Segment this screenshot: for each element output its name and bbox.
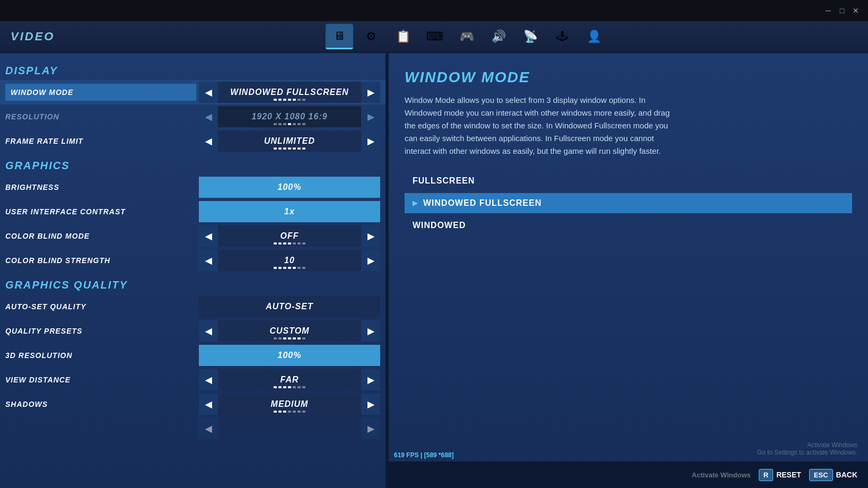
window-mode-next-button[interactable]: ▶ [361,82,380,103]
shadows-prev-button[interactable]: ◀ [199,394,218,415]
frame-rate-label: FRAME RATE LIMIT [5,137,196,145]
color-blind-mode-row[interactable]: COLOR BLIND MODE ◀ OFF ▶ [0,224,385,248]
ui-contrast-value[interactable]: 1x [199,201,380,222]
minimize-button[interactable]: ─ [821,4,835,18]
view-distance-label: VIEW DISTANCE [5,376,196,384]
quality-presets-control: ◀ CUSTOM ▶ [199,320,380,342]
color-blind-mode-prev-button[interactable]: ◀ [199,225,218,247]
color-blind-strength-row[interactable]: COLOR BLIND STRENGTH ◀ 10 ▶ [0,248,385,273]
nav-controller-button[interactable]: 🎮 [453,24,480,49]
main-layout: DISPLAY WINDOW MODE ◀ WINDOWED FULLSCREE… [0,53,868,488]
graphics-section-header: GRAPHICS [0,153,385,175]
view-distance-next-button[interactable]: ▶ [361,369,380,390]
color-blind-strength-prev-button[interactable]: ◀ [199,250,218,271]
windowed-fullscreen-arrow: ▶ [413,199,418,207]
color-blind-strength-control: ◀ 10 ▶ [199,250,380,271]
next-setting-control: ◀ ▶ [199,418,380,439]
color-blind-mode-label: COLOR BLIND MODE [5,232,196,240]
help-panel: WINDOW MODE Window Mode allows you to se… [389,53,868,488]
nav-monitor-button[interactable]: 🖥 [326,24,353,49]
quality-presets-next-button[interactable]: ▶ [361,320,380,342]
resolution-next-button[interactable]: ▶ [361,106,380,127]
3d-resolution-label: 3D RESOLUTION [5,351,196,360]
shadows-next-button[interactable]: ▶ [361,394,380,415]
ui-contrast-row[interactable]: USER INTERFACE CONTRAST 1x [0,199,385,224]
nav-gamepad-button[interactable]: 🕹 [548,24,576,49]
display-section-header: DISPLAY [0,58,385,80]
watermark-line1: Activate Windows [757,441,857,449]
help-title: WINDOW MODE [405,69,852,86]
watermark-line2: Go to Settings to activate Windows. [757,449,857,456]
ui-contrast-label: USER INTERFACE CONTRAST [5,207,196,216]
reset-label: RESET [776,470,801,479]
fullscreen-option[interactable]: FULLSCREEN [405,171,852,191]
nav-audio-button[interactable]: 🔊 [485,24,512,49]
nav-icon-group: 🖥 ⚙ 📋 ⌨ 🎮 🔊 📡 🕹 👤 [76,24,857,49]
quality-presets-prev-button[interactable]: ◀ [199,320,218,342]
next-setting-row[interactable]: ◀ ▶ [0,416,385,441]
brightness-label: BRIGHTNESS [5,183,196,191]
quality-presets-row[interactable]: QUALITY PRESETS ◀ CUSTOM ▶ [0,319,385,343]
resolution-row[interactable]: RESOLUTION ◀ 1920 X 1080 16:9 ▶ [0,104,385,129]
windowed-fullscreen-option[interactable]: ▶ WINDOWED FULLSCREEN [405,193,852,213]
view-distance-value: FAR [218,369,361,390]
back-label: BACK [836,470,857,479]
auto-set-quality-row[interactable]: AUTO-SET QUALITY AUTO-SET [0,294,385,319]
help-description: Window Mode allows you to select from 3 … [405,94,670,158]
3d-resolution-value[interactable]: 100% [199,345,380,366]
fps-display: 619 FPS | [589 *688] [394,451,454,459]
resolution-label: RESOLUTION [5,112,196,121]
view-distance-prev-button[interactable]: ◀ [199,369,218,390]
resolution-value: 1920 X 1080 16:9 [218,106,361,127]
windowed-fullscreen-option-label: WINDOWED FULLSCREEN [423,198,541,208]
nav-settings-button[interactable]: ⚙ [357,24,385,49]
brightness-value[interactable]: 100% [199,177,380,198]
nav-display-button[interactable]: 📋 [389,24,417,49]
page-title: VIDEO [11,30,55,43]
frame-rate-control: ◀ UNLIMITED ▶ [199,130,380,152]
titlebar: ─ □ ✕ [0,0,868,21]
nav-user-button[interactable]: 👤 [580,24,608,49]
brightness-control: 100% [199,177,380,198]
color-blind-mode-value: OFF [218,225,361,247]
auto-set-quality-value[interactable]: AUTO-SET [199,296,380,317]
shadows-label: SHADOWS [5,400,196,408]
activate-windows-notice: Activate Windows [692,471,751,479]
window-mode-prev-button[interactable]: ◀ [199,82,218,103]
window-mode-label: WINDOW MODE [5,84,196,101]
3d-resolution-control: 100% [199,345,380,366]
windows-watermark: Activate Windows Go to Settings to activ… [757,441,857,456]
maximize-button[interactable]: □ [835,4,849,18]
next-next-button[interactable]: ▶ [361,418,380,439]
fullscreen-option-label: FULLSCREEN [413,176,475,186]
back-key-badge: ESC [809,469,833,481]
window-mode-row[interactable]: WINDOW MODE ◀ WINDOWED FULLSCREEN ▶ [0,80,385,104]
next-prev-button[interactable]: ◀ [199,418,218,439]
resolution-control: ◀ 1920 X 1080 16:9 ▶ [199,106,380,127]
frame-rate-next-button[interactable]: ▶ [361,130,380,152]
quality-presets-value: CUSTOM [218,320,361,342]
bottom-action-bar: Activate Windows R RESET ESC BACK [389,461,868,488]
frame-rate-row[interactable]: FRAME RATE LIMIT ◀ UNLIMITED ▶ [0,129,385,153]
color-blind-strength-next-button[interactable]: ▶ [361,250,380,271]
nav-network-button[interactable]: 📡 [516,24,544,49]
next-value [218,418,361,439]
color-blind-strength-value: 10 [218,250,361,271]
window-mode-control: ◀ WINDOWED FULLSCREEN ▶ [199,82,380,103]
shadows-row[interactable]: SHADOWS ◀ MEDIUM ▶ [0,392,385,416]
window-mode-options: FULLSCREEN ▶ WINDOWED FULLSCREEN WINDOWE… [405,171,852,236]
nav-keyboard-button[interactable]: ⌨ [421,24,449,49]
view-distance-row[interactable]: VIEW DISTANCE ◀ FAR ▶ [0,368,385,392]
resolution-prev-button[interactable]: ◀ [199,106,218,127]
reset-action: R RESET [759,469,801,481]
3d-resolution-row[interactable]: 3D RESOLUTION 100% [0,343,385,368]
close-button[interactable]: ✕ [849,4,863,18]
graphics-quality-section-header: GRAPHICS QUALITY [0,273,385,294]
shadows-value: MEDIUM [218,394,361,415]
brightness-row[interactable]: BRIGHTNESS 100% [0,175,385,199]
window-mode-value: WINDOWED FULLSCREEN [218,82,361,103]
windowed-option[interactable]: WINDOWED [405,215,852,236]
frame-rate-prev-button[interactable]: ◀ [199,130,218,152]
color-blind-mode-next-button[interactable]: ▶ [361,225,380,247]
back-action: ESC BACK [809,469,857,481]
